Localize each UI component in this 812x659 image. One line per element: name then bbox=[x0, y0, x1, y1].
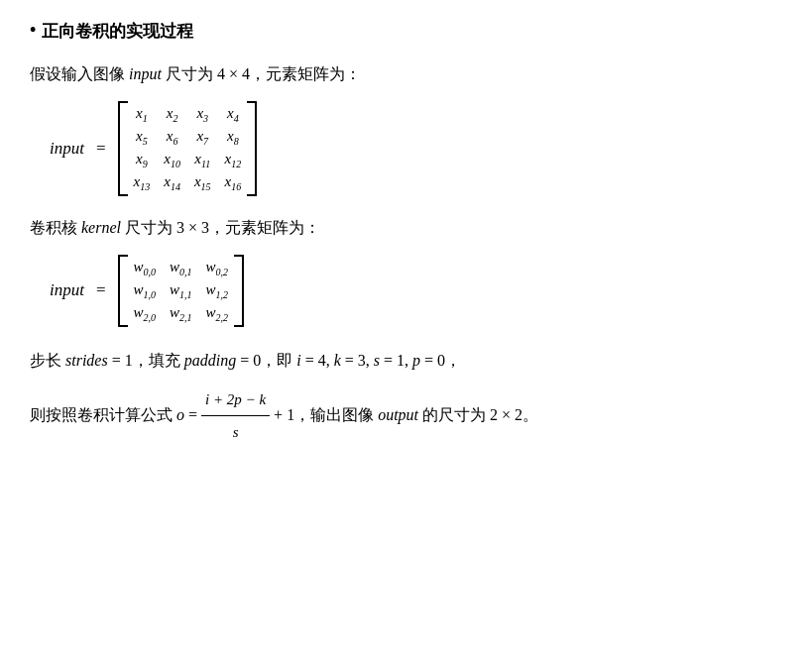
fraction-numer: i + 2p − k bbox=[201, 384, 270, 416]
matrix-4x4-block: input = x1 x2 x3 x4 x5 x6 x7 x8 x9 x10 x… bbox=[50, 101, 782, 196]
intro1-rest: 尺寸为 4 × 4，元素矩阵为： bbox=[166, 65, 361, 82]
matrix-cells-3x3: w0,0 w0,1 w0,2 w1,0 w1,1 w1,2 w2,0 w2,1 … bbox=[128, 255, 235, 327]
output-suffix: 的尺寸为 2 × 2。 bbox=[422, 399, 538, 431]
intro1-text: 假设输入图像 bbox=[30, 65, 125, 82]
cell-w-2-0: w2,0 bbox=[134, 304, 157, 323]
stride-line: 步长 strides = 1，填充 padding = 0，即 i = 4, k… bbox=[30, 345, 782, 377]
output-formula-line: 则按照卷积计算公式 o = i + 2p − k s + 1，输出图像 outp… bbox=[30, 384, 782, 447]
formula-plus-1: + 1，输出图像 bbox=[274, 399, 374, 431]
matrix-4x4: x1 x2 x3 x4 x5 x6 x7 x8 x9 x10 x11 x12 x… bbox=[118, 101, 258, 196]
title-text: 正向卷积的实现过程 bbox=[42, 20, 193, 43]
eq-sign-2: = bbox=[96, 280, 106, 300]
eq-sign-1: = bbox=[96, 139, 106, 159]
cell-1-3: x3 bbox=[194, 105, 211, 124]
bracket-right-1 bbox=[247, 101, 257, 196]
bracket-left-2 bbox=[118, 255, 128, 327]
intro-para-2: 卷积核 kernel 尺寸为 3 × 3，元素矩阵为： bbox=[30, 214, 782, 243]
formula-equals: = bbox=[188, 399, 197, 431]
matrix-lhs-1: input bbox=[50, 139, 84, 159]
fraction-denom: s bbox=[229, 416, 243, 447]
cell-w-1-1: w1,1 bbox=[170, 281, 192, 300]
cell-4-4: x16 bbox=[225, 173, 242, 192]
cell-3-3: x11 bbox=[194, 151, 211, 169]
cell-1-4: x4 bbox=[225, 105, 242, 124]
matrix-lhs-2: input bbox=[50, 280, 84, 300]
padding-var: padding bbox=[184, 352, 236, 369]
cell-w-2-2: w2,2 bbox=[206, 304, 229, 323]
formula-prefix: 则按照卷积计算公式 bbox=[30, 399, 173, 431]
matrix-cells-4x4: x1 x2 x3 x4 x5 x6 x7 x8 x9 x10 x11 x12 x… bbox=[128, 101, 248, 196]
strides-var: strides bbox=[65, 352, 112, 369]
cell-3-2: x10 bbox=[164, 151, 180, 169]
bracket-right-2 bbox=[234, 255, 244, 327]
cell-4-3: x15 bbox=[194, 173, 211, 192]
cell-w-0-0: w0,0 bbox=[134, 259, 157, 277]
cell-2-3: x7 bbox=[194, 128, 211, 147]
stride-eq: = 1，填充 bbox=[112, 352, 184, 369]
cell-2-4: x8 bbox=[225, 128, 242, 147]
intro2-text: 卷积核 bbox=[30, 219, 77, 236]
output-var: output bbox=[378, 399, 418, 431]
intro2-rest: 尺寸为 3 × 3，元素矩阵为： bbox=[125, 219, 320, 236]
section-title: • 正向卷积的实现过程 bbox=[30, 20, 782, 43]
input-var-1: input bbox=[129, 65, 162, 82]
stride-label: 步长 bbox=[30, 352, 61, 369]
bullet-dot: • bbox=[30, 20, 36, 41]
cell-3-1: x9 bbox=[134, 151, 151, 169]
cell-2-2: x6 bbox=[164, 128, 180, 147]
cell-w-1-2: w1,2 bbox=[206, 281, 229, 300]
kernel-var: kernel bbox=[81, 219, 121, 236]
cell-w-1-0: w1,0 bbox=[134, 281, 157, 300]
cell-w-2-1: w2,1 bbox=[170, 304, 192, 323]
matrix-3x3: w0,0 w0,1 w0,2 w1,0 w1,1 w1,2 w2,0 w2,1 … bbox=[118, 255, 245, 327]
fraction-block: i + 2p − k s bbox=[201, 384, 270, 447]
formula-o-var: o bbox=[176, 399, 184, 431]
cell-3-4: x12 bbox=[225, 151, 242, 169]
intro-para-1: 假设输入图像 input 尺寸为 4 × 4，元素矩阵为： bbox=[30, 60, 782, 89]
cell-4-1: x13 bbox=[134, 173, 151, 192]
cell-4-2: x14 bbox=[164, 173, 180, 192]
bracket-left-1 bbox=[118, 101, 128, 196]
padding-eq: = 0，即 i = 4, k = 3, s = 1, p = 0， bbox=[240, 352, 461, 369]
cell-1-2: x2 bbox=[164, 105, 180, 124]
cell-w-0-1: w0,1 bbox=[170, 259, 192, 277]
cell-2-1: x5 bbox=[134, 128, 151, 147]
cell-w-0-2: w0,2 bbox=[206, 259, 229, 277]
matrix-3x3-block: input = w0,0 w0,1 w0,2 w1,0 w1,1 w1,2 w2… bbox=[50, 255, 782, 327]
cell-1-1: x1 bbox=[134, 105, 151, 124]
